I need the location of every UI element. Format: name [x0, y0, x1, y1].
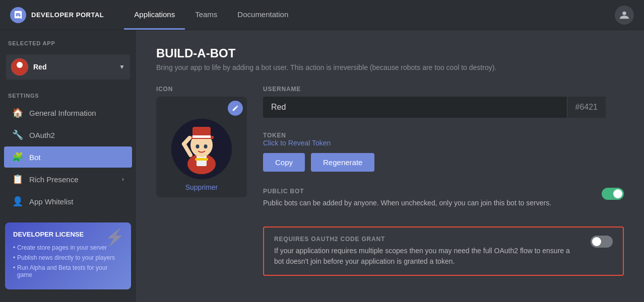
oauth-info: REQUIRES OAUTH2 CODE GRANT If your appli…: [274, 236, 591, 267]
oauth-toggle-track[interactable]: [591, 236, 613, 248]
nav-teams[interactable]: Teams: [185, 0, 227, 30]
token-reveal-link[interactable]: Click to Reveal Token: [263, 139, 624, 147]
copy-button[interactable]: Copy: [263, 153, 305, 172]
sidebar-item-bot[interactable]: 🧩 Bot: [4, 146, 132, 168]
nav-links: Applications Teams Documentation: [124, 0, 298, 30]
svg-point-2: [17, 62, 23, 68]
dev-license-item-1: Publish news directly to your players: [13, 254, 123, 261]
sidebar-item-bot-label: Bot: [29, 153, 41, 162]
sidebar-item-rich-presence[interactable]: 📋 Rich Presence ›: [4, 169, 132, 190]
page-subtitle: Bring your app to life by adding a bot u…: [156, 63, 624, 71]
public-bot-toggle[interactable]: [602, 188, 624, 200]
svg-point-0: [622, 11, 626, 15]
sidebar-item-general-information-label: General Information: [29, 109, 96, 117]
sidebar-item-oauth2-label: OAuth2: [29, 131, 55, 139]
nav-applications[interactable]: Applications: [124, 0, 185, 30]
username-label: USERNAME: [263, 86, 624, 93]
svg-point-10: [196, 144, 200, 148]
top-nav: DEVELOPER PORTAL Applications Teams Docu…: [0, 0, 644, 30]
main-layout: SELECTED APP Red ▼ SETTINGS 🏠 General In…: [0, 30, 644, 302]
content-area: BUILD-A-BOT Bring your app to life by ad…: [136, 30, 644, 302]
discord-logo: [10, 7, 26, 23]
oauth-box: REQUIRES OAUTH2 CODE GRANT If your appli…: [263, 226, 624, 276]
public-bot-desc: Public bots can be added by anyone. When…: [263, 198, 590, 208]
regenerate-button[interactable]: Regenerate: [311, 153, 374, 172]
token-label: TOKEN: [263, 132, 624, 139]
oauth-toggle[interactable]: [591, 236, 613, 248]
app-title: DEVELOPER PORTAL: [31, 11, 104, 19]
dev-license-decoration: ⚡: [105, 228, 125, 247]
oauth-desc: If your application requires multiple sc…: [274, 246, 578, 267]
oauth-row: REQUIRES OAUTH2 CODE GRANT If your appli…: [274, 236, 613, 267]
wrench-icon: 🔧: [12, 129, 23, 140]
token-section: TOKEN Click to Reveal Token Copy Regener…: [263, 132, 624, 172]
public-bot-toggle-thumb: [613, 189, 622, 198]
app-avatar: [11, 58, 28, 76]
sidebar-item-oauth2[interactable]: 🔧 OAuth2: [4, 124, 132, 145]
chevron-down-icon: ▼: [119, 63, 125, 70]
sidebar-item-app-whitelist[interactable]: 👤 App Whitelist: [4, 191, 132, 212]
sidebar-item-app-whitelist-label: App Whitelist: [29, 197, 74, 206]
icon-column: ICON: [156, 86, 247, 276]
puzzle-icon: 🧩: [12, 152, 23, 163]
token-buttons: Copy Regenerate: [263, 153, 624, 172]
page-title: BUILD-A-BOT: [156, 46, 624, 60]
edit-icon-btn[interactable]: [228, 101, 243, 116]
selected-app-label: SELECTED APP: [0, 30, 136, 50]
settings-label: SETTINGS: [0, 84, 136, 102]
public-bot-title: PUBLIC BOT: [263, 188, 590, 195]
sidebar-item-general-information[interactable]: 🏠 General Information: [4, 102, 132, 123]
public-bot-toggle-track[interactable]: [602, 188, 624, 200]
svg-rect-14: [195, 158, 208, 161]
bot-icon-container: Supprimer: [156, 97, 247, 197]
chevron-right-icon: ›: [122, 176, 124, 183]
bot-avatar: [171, 119, 232, 179]
public-bot-row: PUBLIC BOT Public bots can be added by a…: [263, 188, 624, 208]
app-selector[interactable]: Red ▼: [6, 54, 130, 80]
selected-app-area: Red ▼: [0, 50, 136, 84]
dev-license-card: DEVELOPER LICENSE Create store pages in …: [5, 222, 131, 289]
supprimer-button[interactable]: Supprimer: [156, 179, 247, 197]
home-icon: 🏠: [12, 107, 23, 118]
oauth-toggle-thumb: [592, 237, 601, 246]
public-bot-info: PUBLIC BOT Public bots can be added by a…: [263, 188, 602, 208]
oauth-title: REQUIRES OAUTH2 CODE GRANT: [274, 236, 578, 243]
icon-label: ICON: [156, 86, 247, 93]
person-icon: 👤: [12, 196, 23, 207]
form-row-icon-username: ICON: [156, 86, 624, 276]
logo-area: DEVELOPER PORTAL: [10, 7, 104, 23]
app-name: Red: [33, 63, 114, 71]
nav-documentation[interactable]: Documentation: [227, 0, 298, 30]
trainer-svg: [171, 119, 232, 179]
svg-rect-9: [192, 135, 211, 138]
list-icon: 📋: [12, 174, 23, 185]
user-avatar-area: [615, 6, 634, 25]
username-field-row: #6421: [263, 97, 606, 118]
user-avatar[interactable]: [615, 6, 634, 25]
username-input[interactable]: [263, 97, 567, 118]
sidebar: SELECTED APP Red ▼ SETTINGS 🏠 General In…: [0, 30, 136, 302]
dev-license-item-2: Run Alpha and Beta tests for your game: [13, 264, 123, 278]
username-token-column: USERNAME #6421 TOKEN Click to Reveal Tok…: [263, 86, 624, 276]
sidebar-item-rich-presence-label: Rich Presence: [29, 175, 79, 184]
svg-point-11: [204, 144, 208, 148]
username-tag: #6421: [567, 97, 606, 118]
